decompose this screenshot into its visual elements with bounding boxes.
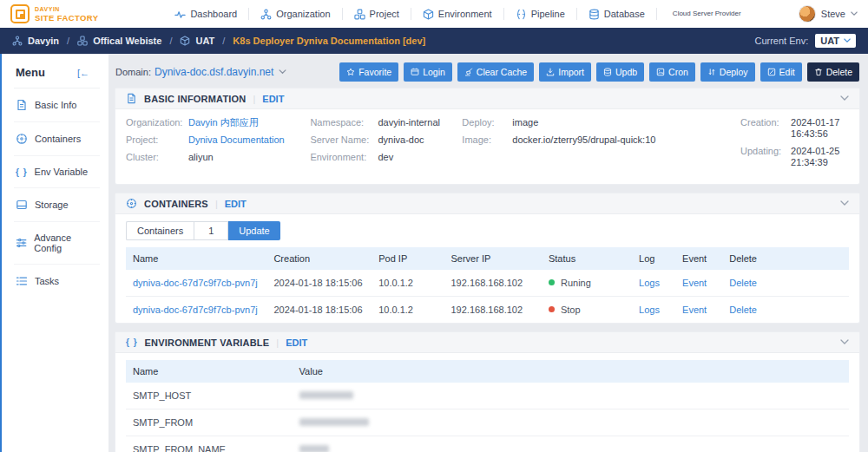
sidebar-item-storage[interactable]: Storage [14, 188, 100, 222]
edit-button[interactable]: Edit [760, 62, 802, 82]
collapse-section-icon[interactable] [840, 339, 849, 345]
collapse-section-icon[interactable] [840, 95, 849, 102]
deploy-button[interactable]: Deploy [700, 62, 755, 82]
logs-link[interactable]: Logs [639, 278, 660, 288]
user-menu[interactable]: Steve [799, 5, 858, 23]
logs-link[interactable]: Logs [639, 305, 660, 315]
nav-item-organization[interactable]: Organization [249, 9, 341, 20]
import-button[interactable]: Import [539, 62, 591, 82]
nav-item-project[interactable]: Project [343, 9, 411, 20]
braces-icon: { } [126, 337, 138, 347]
environment-value: dev [378, 152, 393, 163]
server-ip-cell: 192.168.168.102 [444, 297, 542, 324]
breadcrumb-item-uat[interactable]: UAT [180, 36, 214, 46]
nav-item-database[interactable]: Database [577, 9, 656, 20]
nav-item-dashboard[interactable]: Dashboard [163, 9, 248, 20]
field-label: Project: [126, 134, 188, 146]
domain-bar: Domain: Dyniva-doc.dsf.davyin.net Favori… [115, 61, 859, 83]
environment-variable-section: { } ENVIRONMENT VARIABLE | EDIT Name Val… [115, 332, 859, 452]
status-dot [549, 306, 555, 312]
edit-env-vars-link[interactable]: EDIT [286, 337, 307, 348]
brand-logo-icon [10, 4, 30, 23]
table-header-row: Name Creation Pod IP Server IP Status Lo… [126, 247, 849, 270]
env-var-name: SMTP_HOST [126, 383, 293, 409]
server-name-value: dyniva-doc [378, 134, 424, 146]
breadcrumb-item-davyin[interactable]: Davyin [12, 36, 59, 46]
creation-cell: 2024-01-18 18:15:06 [266, 270, 372, 297]
boxes-icon [77, 36, 88, 46]
collapse-section-icon[interactable] [840, 200, 849, 206]
brand-logo[interactable]: DAVYIN SITE FACTORY [10, 4, 98, 23]
breadcrumb-separator: / [222, 36, 225, 46]
field-label: Server Name: [310, 134, 378, 146]
top-bar: DAVYIN SITE FACTORY Dashboard Organizati… [0, 0, 868, 28]
sidebar-item-basic-info[interactable]: Basic Info [14, 88, 100, 122]
favorite-button[interactable]: Favorite [339, 62, 398, 82]
environment-variable-header: { } ENVIRONMENT VARIABLE | EDIT [115, 332, 859, 353]
containers-section: CONTAINERS | EDIT Containers Update Name [115, 193, 859, 323]
sidebar-item-env-variable[interactable]: { } Env Variable [14, 156, 100, 188]
sliders-icon [16, 237, 27, 249]
table-row: SMTP_FROM_NAME [126, 436, 849, 452]
chevron-down-icon[interactable] [279, 69, 286, 75]
breadcrumb-item-offical-webiste[interactable]: Offical Webiste [77, 36, 161, 46]
col-header-delete: Delete [722, 247, 849, 270]
login-button[interactable]: Login [404, 62, 452, 82]
table-row: SMTP_FROM [126, 409, 849, 436]
pod-name-link[interactable]: dyniva-doc-67d7c9f7cb-pvn7j [133, 305, 258, 315]
nav-item-pipeline[interactable]: Pipeline [504, 9, 576, 20]
env-var-name: SMTP_FROM [126, 409, 293, 436]
organization-link[interactable]: Davyin 内部应用 [188, 117, 259, 128]
edit-basic-info-link[interactable]: EDIT [262, 94, 284, 104]
containers-header: CONTAINERS | EDIT [115, 193, 859, 214]
delete-pod-link[interactable]: Delete [729, 278, 757, 288]
edit-icon [767, 68, 776, 76]
pod-ip-cell: 10.0.1.2 [372, 297, 444, 324]
pipeline-icon [516, 9, 527, 20]
kubernetes-icon [16, 133, 28, 145]
cube-icon [180, 36, 190, 46]
env-select[interactable]: UAT [815, 34, 856, 48]
org-tree-icon [260, 9, 272, 20]
col-header-server-ip: Server IP [444, 247, 542, 270]
sidebar-collapse-icon[interactable]: [← [77, 68, 89, 78]
domain-link[interactable]: Dyniva-doc.dsf.davyin.net [155, 66, 273, 78]
sidebar-title: Menu [16, 66, 45, 79]
delete-button[interactable]: Delete [807, 62, 859, 82]
field-label: Image: [462, 134, 512, 146]
nav-item-environment[interactable]: Environment [411, 9, 503, 20]
update-button[interactable]: Update [228, 221, 279, 240]
domain-label: Domain: [115, 67, 151, 77]
col-header-log: Log [632, 247, 675, 270]
col-header-pod-ip: Pod IP [372, 247, 444, 270]
table-row: dyniva-doc-67d7c9f7cb-pvn7j 2024-01-18 1… [126, 297, 849, 324]
event-link[interactable]: Event [682, 305, 707, 315]
sidebar-item-advance-config[interactable]: Advance Config [14, 222, 100, 265]
user-name: Steve [821, 9, 845, 19]
sidebar-item-tasks[interactable]: Tasks [14, 265, 100, 298]
current-env-label: Current Env: [754, 36, 808, 46]
clean-icon [464, 68, 473, 76]
delete-pod-link[interactable]: Delete [729, 305, 757, 315]
table-row: dyniva-doc-67d7c9f7cb-pvn7j 2024-01-18 1… [126, 270, 849, 297]
section-title: BASIC INFORMATION [144, 94, 246, 104]
containers-count-input[interactable] [194, 221, 228, 240]
divider: | [253, 94, 255, 104]
pod-name-link[interactable]: dyniva-doc-67d7c9f7cb-pvn7j [133, 278, 258, 288]
clear-cache-button[interactable]: Clear Cache [457, 62, 534, 82]
field-label: Cluster: [126, 152, 188, 163]
sidebar-item-containers[interactable]: Containers [14, 122, 100, 156]
image-value: docker.io/zterry95/drupal-quick:10 [512, 134, 655, 146]
nav-item-cloud-server-provider[interactable]: Cloud Server Provider [657, 8, 727, 20]
basic-information-header: BASIC INFORMATION | EDIT [115, 88, 859, 109]
col-header-name: Name [126, 360, 293, 383]
event-link[interactable]: Event [682, 278, 707, 288]
cube-icon [423, 9, 434, 20]
edit-containers-link[interactable]: EDIT [225, 199, 247, 209]
pulse-icon [174, 9, 186, 20]
cron-button[interactable]: Cron [649, 62, 695, 82]
action-buttons: Favorite Login Clear Cache Import [339, 62, 859, 82]
avatar [799, 5, 816, 23]
project-link[interactable]: Dyniva Documentation [188, 134, 285, 146]
updb-button[interactable]: Updb [596, 62, 644, 82]
